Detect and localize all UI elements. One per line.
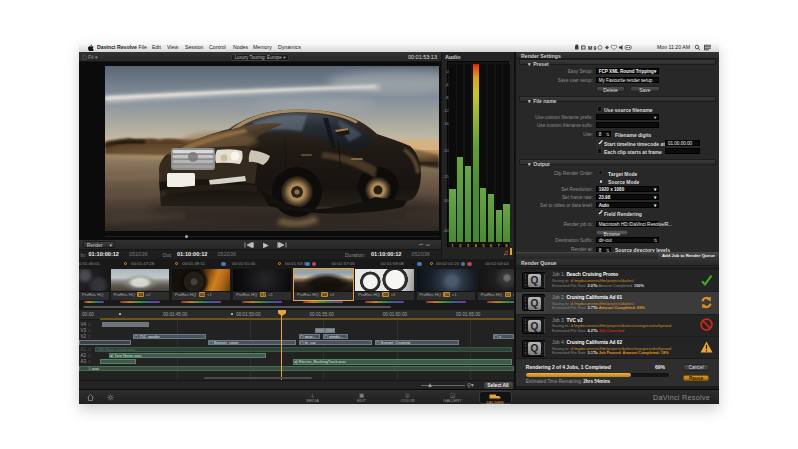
svg-text:M 9: M 9 xyxy=(588,45,597,51)
